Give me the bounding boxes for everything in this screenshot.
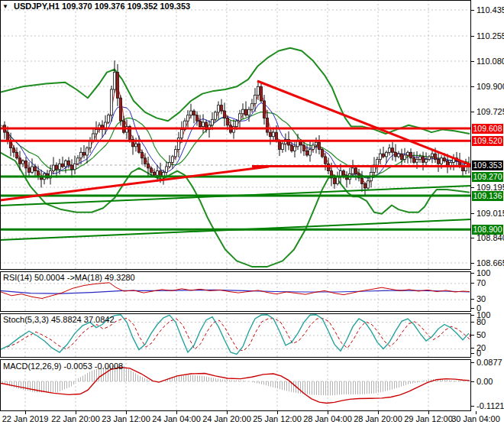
price-tick-label: 110.080 <box>477 57 504 66</box>
axis-tick <box>471 263 474 264</box>
price-tick-label: -0.1121 <box>477 401 504 410</box>
axis-tick <box>471 238 474 238</box>
current-price-label: 109.353 <box>472 160 503 170</box>
axis-tick <box>471 283 474 284</box>
time-tick-label: 28 Jan 04:00 <box>303 414 352 423</box>
price-tick-label: 108.665 <box>477 258 504 268</box>
time-tick-label: 30 Jan 04:00 <box>451 414 500 423</box>
price-tick-label: 109.900 <box>477 82 504 91</box>
time-tick-label: 23 Jan 12:00 <box>102 414 150 423</box>
macd-label: MACD(12,26,9) -0.0053 -0.0008 <box>3 362 123 371</box>
level-price-label: 109.136 <box>472 191 503 201</box>
axis-tick <box>471 112 474 112</box>
price-tick-label: 108.840 <box>477 233 504 242</box>
time-tick-label: 22 Jan 20:00 <box>51 414 100 423</box>
rsi-label: RSI(14) 50.0004 ->MA(18) 49.3280 <box>3 273 135 282</box>
axis-tick <box>471 61 474 62</box>
time-tick-label: 22 Jan 2019 <box>2 414 49 423</box>
symbol-label: USDJPY,H1 <box>14 2 60 11</box>
level-price-label: 109.520 <box>472 136 503 146</box>
axis-tick <box>471 322 474 323</box>
symbol-dropdown-icon[interactable]: ▼ <box>2 3 8 10</box>
time-tick-label: 28 Jan 20:00 <box>354 414 402 423</box>
axis-tick <box>471 315 474 316</box>
stoch-label: Stoch(5,3,3) 45.8824 37.0842 <box>3 315 115 324</box>
price-tick-label: 50 <box>477 330 486 339</box>
axis-tick <box>471 335 474 336</box>
axis-tick <box>471 406 474 407</box>
price-tick-label: 109.725 <box>477 107 504 116</box>
axis-tick <box>471 10 474 11</box>
time-tick-label: 29 Jan 12:00 <box>404 414 453 423</box>
price-tick-label: 30 <box>477 294 486 303</box>
chart-title: ▼ USDJPY,H1 109.370 109.376 109.352 109.… <box>2 2 190 11</box>
level-price-label: 109.270 <box>472 172 503 182</box>
price-tick-label: 80 <box>477 317 486 326</box>
price-tick-label: 110.435 <box>477 5 504 15</box>
chart-window: ▼ USDJPY,H1 109.370 109.376 109.352 109.… <box>0 0 504 428</box>
level-price-label: 109.608 <box>472 124 503 134</box>
axis-tick <box>471 187 474 188</box>
ohlc-values: 109.370 109.376 109.352 109.353 <box>62 2 190 11</box>
price-tick-label: 0.00 <box>477 377 493 386</box>
price-tick-label: 70 <box>477 278 486 287</box>
axis-tick <box>471 213 474 214</box>
price-tick-label: 110.255 <box>477 31 504 41</box>
main-chart-canvas[interactable] <box>0 0 471 270</box>
time-tick-label: 24 Jan 04:00 <box>152 414 201 423</box>
axis-tick <box>471 273 474 274</box>
axis-tick <box>471 362 474 363</box>
axis-tick <box>471 381 474 382</box>
time-tick-label: 25 Jan 12:00 <box>253 414 302 423</box>
time-tick-label: 24 Jan 20:00 <box>202 414 251 423</box>
price-tick-label: 100 <box>477 268 490 277</box>
axis-tick <box>471 299 474 300</box>
price-tick-label: 109.015 <box>477 209 504 218</box>
axis-tick <box>471 308 474 309</box>
axis-tick <box>471 353 474 354</box>
price-tick-label: 0 <box>477 349 481 358</box>
price-tick-label: 0.0877 <box>477 358 502 367</box>
price-axis[interactable]: 110.435110.255110.080109.900109.725109.1… <box>471 0 504 411</box>
time-axis[interactable]: 22 Jan 201922 Jan 20:0023 Jan 12:0024 Ja… <box>0 411 504 428</box>
level-price-label: 108.900 <box>472 225 503 235</box>
axis-tick <box>471 86 474 87</box>
axis-tick <box>471 348 474 349</box>
axis-tick <box>471 36 474 37</box>
